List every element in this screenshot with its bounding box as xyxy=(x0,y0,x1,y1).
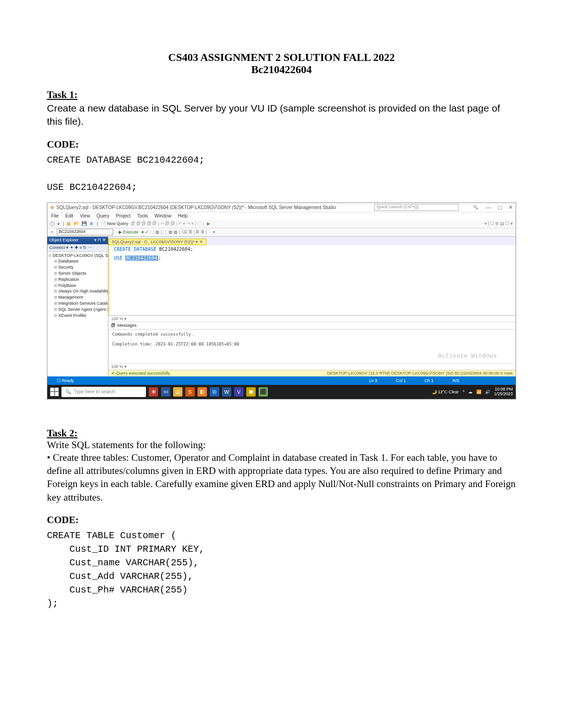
maximize-button[interactable]: ▢ xyxy=(497,204,502,210)
save-icon[interactable]: 💾 xyxy=(82,221,87,226)
connect-toolbar[interactable]: Connect ▾ ✦ ✚ ≡ ↻ ⋯ xyxy=(47,244,108,252)
system-tray[interactable]: 🌙 12°C Clear ^ ☁ 📶 🔊 10:08 PM 1/25/2023 xyxy=(432,387,513,397)
search-glyph-icon: 🔍 xyxy=(473,205,478,210)
weather-widget[interactable]: 🌙 12°C Clear xyxy=(432,390,459,394)
parse-icon[interactable]: ✦ xyxy=(50,230,54,234)
editor-change-gutter xyxy=(108,245,110,315)
minimize-button[interactable]: — xyxy=(486,204,491,210)
nav-fwd-icon[interactable]: ▸ xyxy=(58,221,60,226)
open-icon[interactable]: 📂 xyxy=(74,221,79,226)
query-status-bar: ✔ Query executed successfully. DESKTOP-L… xyxy=(108,370,516,376)
toolbar-1: ◯ ▸| ▦ 📂 💾 🗎| 📄 New Query 🗐 🗐 🗐 🗐 🗐 | ✂ … xyxy=(47,220,516,228)
toolbar-icons-group: 🗐 🗐 🗐 🗐 🗐 | ✂ 🗐 🗐 | ↶ ▾ ↷ ▾ | ⬚ | xyxy=(131,221,204,226)
task2-line1: Write SQL statements for the following: xyxy=(47,439,516,451)
code-heading-2: CODE: xyxy=(47,514,516,526)
doc-subtitle: Bc210422604 xyxy=(47,64,516,76)
object-explorer-title: Object Explorer xyxy=(49,238,78,243)
menu-window[interactable]: Window xyxy=(155,213,172,218)
tree-integration[interactable]: Integration Services Catalogs xyxy=(54,300,107,307)
status-ins: INS xyxy=(452,378,459,383)
menu-help[interactable]: Help xyxy=(178,213,188,218)
task2-heading: Task 2: xyxy=(47,428,516,439)
sql-keyword: CREATE DATABASE xyxy=(114,247,156,252)
status-col: Col 1 xyxy=(396,378,406,383)
query-success: ✔ Query executed successfully. xyxy=(111,371,171,375)
taskbar-app-5[interactable]: ⬛ xyxy=(259,387,268,397)
query-conn-info: DESKTOP-LKC09GV (16.0 RTM) DESKTOP-LKC09… xyxy=(327,371,513,375)
tray-wifi-icon[interactable]: 📶 xyxy=(476,390,481,394)
task1-body: Create a new database in SQL Server by y… xyxy=(47,102,516,128)
editor-zoom[interactable]: 100 % ▾ xyxy=(108,315,516,322)
taskbar-chrome[interactable]: ◎ xyxy=(210,387,219,397)
taskbar-file-explorer[interactable]: 🗂 xyxy=(173,387,183,397)
tree-root[interactable]: DESKTOP-LKC09GV (SQL Server 1… xyxy=(48,253,107,259)
document-page: CS403 ASSIGNMENT 2 SOLUTION FALL 2022 Bc… xyxy=(0,0,563,728)
debug-target-icon[interactable]: ▶ xyxy=(207,221,210,226)
taskbar-app-3[interactable]: S xyxy=(185,387,195,397)
start-button[interactable] xyxy=(50,388,59,396)
save-all-icon[interactable]: 🗎 xyxy=(90,221,94,226)
ssms-titlebar: ▣ SQLQuery2.sql - DESKTOP-LKC09GV.BC2104… xyxy=(47,203,516,212)
taskbar-app-4[interactable]: ◧ xyxy=(198,387,207,397)
menu-project[interactable]: Project xyxy=(116,213,130,218)
msg-success: Commands completed successfully. xyxy=(112,331,512,338)
status-ln: Ln 3 xyxy=(369,378,377,383)
execute-label[interactable]: ▶ Execute xyxy=(119,230,138,234)
nav-back-icon[interactable]: ◯ xyxy=(50,221,55,226)
vs-status-bar: ☐ Ready Ln 3 Col 1 Ch 1 INS xyxy=(47,376,516,385)
code-block-1: CREATE DATABASE BC210422604; USE BC21042… xyxy=(47,153,516,194)
windows-taskbar: 🔍 Type here to search ⊕ ▭ 🗂 S ◧ ◎ W V ▣ … xyxy=(47,385,516,399)
search-icon: 🔍 xyxy=(65,389,71,394)
status-ch: Ch 1 xyxy=(425,378,434,383)
new-query-button[interactable]: 📄 New Query xyxy=(101,221,129,226)
close-button[interactable]: ✕ xyxy=(509,204,513,210)
messages-tab[interactable]: 🗐 Messages xyxy=(108,322,516,330)
tray-volume-icon[interactable]: 🔊 xyxy=(485,390,490,394)
menu-query[interactable]: Query xyxy=(97,213,109,218)
messages-body: Commands completed successfully. Complet… xyxy=(108,330,516,363)
window-title: SQLQuery2.sql - DESKTOP-LKC09GV.BC210422… xyxy=(56,205,374,210)
menu-tools[interactable]: Tools xyxy=(137,213,148,218)
activate-windows-watermark: Activate Windows xyxy=(438,351,497,360)
object-explorer-header: Object Explorer ▾ ⊓ ✕ xyxy=(47,237,108,244)
tree-server-objects[interactable]: Server Objects xyxy=(54,270,107,277)
doc-title: CS403 ASSIGNMENT 2 SOLUTION FALL 2022 xyxy=(47,52,516,64)
new-project-icon[interactable]: ▦ xyxy=(67,221,71,226)
taskbar-clock[interactable]: 10:08 PM 1/25/2023 xyxy=(494,387,513,397)
taskbar-word[interactable]: W xyxy=(222,387,231,397)
tree-replication[interactable]: Replication xyxy=(54,277,107,283)
tree-sql-agent[interactable]: SQL Server Agent (Agent XPs… xyxy=(54,307,107,313)
menu-file[interactable]: File xyxy=(51,213,59,218)
taskbar-app-1[interactable]: ⊕ xyxy=(149,387,158,397)
menu-edit[interactable]: Edit xyxy=(65,213,73,218)
menu-view[interactable]: View xyxy=(80,213,90,218)
results-zoom[interactable]: 100 % ▾ xyxy=(108,363,516,370)
sql-editor[interactable]: CREATE DATABASE BC210422604; USE BC21042… xyxy=(108,245,516,315)
taskbar-ssms[interactable]: ▣ xyxy=(246,387,256,397)
tree-xevent[interactable]: XEvent Profiler xyxy=(54,313,107,319)
tab-sqlquery2[interactable]: SQLQuery2.sql - D...LKC09GV\SONY (52))* … xyxy=(108,239,206,245)
tree-security[interactable]: Security xyxy=(54,264,107,270)
tree-management[interactable]: Management xyxy=(54,294,107,300)
sql-editor-area: SQLQuery2.sql - D...LKC09GV\SONY (52))* … xyxy=(108,237,516,376)
tree-databases[interactable]: Databases xyxy=(54,258,107,264)
messages-icon: 🗐 xyxy=(111,323,115,328)
status-ready: ☐ Ready xyxy=(57,378,74,383)
object-tree[interactable]: DESKTOP-LKC09GV (SQL Server 1… Databases… xyxy=(47,252,108,376)
code-heading-1: CODE: xyxy=(47,139,516,150)
tray-chevron-icon[interactable]: ^ xyxy=(463,390,464,394)
object-explorer: Object Explorer ▾ ⊓ ✕ Connect ▾ ✦ ✚ ≡ ↻ … xyxy=(47,237,108,376)
panel-controls[interactable]: ▾ ⊓ ✕ xyxy=(94,238,106,243)
menu-bar: File Edit View Query Project Tools Windo… xyxy=(47,212,516,220)
ssms-screenshot: ▣ SQLQuery2.sql - DESKTOP-LKC09GV.BC2104… xyxy=(47,203,516,399)
taskbar-vs[interactable]: V xyxy=(234,387,243,397)
database-combo[interactable]: BC210422604 xyxy=(57,229,113,235)
tree-polybase[interactable]: PolyBase xyxy=(54,283,107,289)
tree-always-on[interactable]: Always On High Availability xyxy=(54,288,107,294)
code-block-2: CREATE TABLE Customer ( Cust_ID INT PRIM… xyxy=(47,529,516,610)
task2-line2: • Create three tables: Customer, Operato… xyxy=(47,451,516,504)
tray-cloud-icon[interactable]: ☁ xyxy=(468,390,472,394)
taskbar-search[interactable]: 🔍 Type here to search xyxy=(61,387,146,397)
taskbar-app-2[interactable]: ▭ xyxy=(161,387,170,397)
quick-launch-input[interactable]: Quick Launch (Ctrl+Q) xyxy=(374,204,459,211)
